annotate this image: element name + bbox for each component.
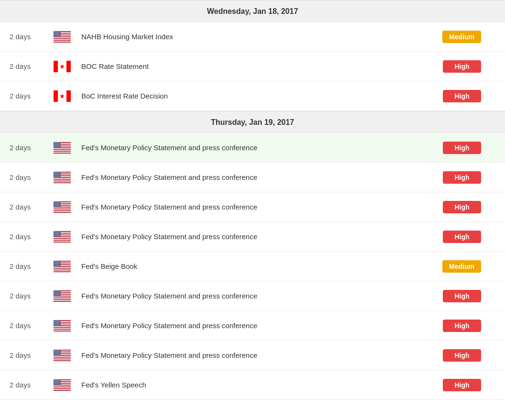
- event-row[interactable]: 2 days: [0, 341, 505, 370]
- svg-point-116: [56, 175, 57, 176]
- svg-point-364: [55, 354, 56, 355]
- svg-point-217: [55, 261, 56, 261]
- svg-point-325: [56, 325, 57, 325]
- svg-point-380: [59, 379, 60, 380]
- event-name: Fed's Monetary Policy Statement and pres…: [77, 232, 438, 241]
- svg-rect-52: [54, 148, 71, 149]
- svg-point-18: [55, 33, 56, 33]
- svg-point-9: [55, 31, 56, 32]
- event-flag: [48, 290, 77, 302]
- svg-point-233: [59, 263, 59, 264]
- event-flag: [48, 61, 77, 72]
- svg-point-73: [59, 144, 59, 145]
- event-name: Fed's Monetary Policy Statement and pres…: [77, 292, 438, 300]
- impact-badge: High: [443, 349, 481, 362]
- svg-point-376: [54, 379, 55, 380]
- svg-point-140: [59, 201, 60, 202]
- event-row[interactable]: 2 days: [0, 370, 505, 400]
- svg-point-386: [55, 381, 56, 382]
- svg-rect-92: [54, 177, 71, 178]
- svg-point-287: [59, 295, 60, 296]
- svg-point-31: [55, 35, 55, 36]
- svg-point-102: [56, 173, 56, 173]
- event-name: BoC Interest Rate Decision: [77, 92, 438, 100]
- svg-point-274: [54, 294, 55, 294]
- svg-point-122: [59, 176, 59, 177]
- event-row[interactable]: 2 days: [0, 281, 505, 311]
- svg-point-279: [55, 295, 55, 295]
- event-row[interactable]: 2 days BOC Rate StatementHigh: [0, 52, 505, 81]
- svg-point-58: [56, 142, 57, 143]
- svg-point-80: [56, 146, 56, 147]
- event-impact-col: High: [438, 90, 495, 102]
- svg-point-356: [56, 353, 57, 354]
- svg-point-347: [56, 352, 57, 352]
- svg-point-343: [57, 351, 58, 351]
- event-row[interactable]: 2 days: [0, 133, 505, 163]
- svg-point-221: [55, 262, 55, 262]
- event-flag: [48, 261, 77, 272]
- svg-point-188: [58, 233, 58, 233]
- svg-point-345: [54, 352, 55, 352]
- event-row[interactable]: 2 days: [0, 311, 505, 341]
- svg-point-110: [55, 174, 55, 175]
- svg-point-13: [55, 32, 55, 33]
- svg-point-85: [56, 147, 57, 147]
- svg-point-318: [59, 323, 60, 324]
- svg-point-238: [59, 264, 60, 265]
- svg-rect-253: [54, 298, 71, 299]
- svg-point-86: [58, 147, 58, 147]
- event-row[interactable]: 2 days BoC Interest Rate DecisionHigh: [0, 81, 505, 111]
- svg-point-297: [55, 320, 56, 321]
- svg-point-74: [54, 145, 55, 146]
- svg-point-39: [59, 36, 60, 36]
- svg-point-153: [59, 204, 59, 204]
- svg-point-120: [56, 176, 56, 177]
- svg-point-147: [56, 203, 57, 204]
- svg-point-218: [56, 261, 57, 261]
- svg-point-258: [56, 290, 57, 291]
- svg-point-327: [59, 325, 60, 325]
- svg-point-362: [59, 354, 59, 354]
- svg-point-25: [59, 33, 59, 34]
- svg-point-179: [58, 231, 58, 232]
- svg-point-165: [56, 206, 57, 207]
- event-row[interactable]: 2 days: [0, 192, 505, 222]
- event-row[interactable]: 2 days: [0, 163, 505, 192]
- svg-point-167: [59, 206, 60, 207]
- svg-point-26: [54, 34, 55, 35]
- svg-point-265: [54, 292, 55, 293]
- event-row[interactable]: 2 days: [0, 222, 505, 252]
- svg-point-305: [54, 322, 55, 322]
- svg-point-302: [56, 321, 56, 321]
- event-impact-col: High: [438, 379, 495, 391]
- svg-point-195: [55, 234, 56, 235]
- svg-point-69: [59, 144, 60, 144]
- svg-point-281: [57, 295, 58, 295]
- svg-point-351: [56, 352, 56, 353]
- main-container: Wednesday, Jan 18, 20172 days: [0, 0, 505, 420]
- event-row[interactable]: 2 days: [0, 22, 505, 52]
- svg-point-358: [59, 353, 60, 354]
- svg-point-187: [56, 233, 57, 233]
- svg-point-19: [56, 33, 57, 33]
- event-flag: [48, 231, 77, 243]
- svg-point-319: [55, 324, 55, 325]
- svg-point-405: [56, 384, 57, 385]
- svg-point-235: [55, 264, 56, 265]
- svg-point-114: [54, 175, 55, 176]
- event-name: Fed's Monetary Policy Statement and pres…: [77, 144, 438, 152]
- svg-point-230: [55, 263, 55, 264]
- svg-point-108: [58, 174, 58, 174]
- svg-point-357: [58, 353, 58, 354]
- svg-point-244: [55, 265, 56, 266]
- svg-point-56: [54, 142, 55, 143]
- svg-point-206: [58, 236, 58, 236]
- svg-point-304: [59, 321, 59, 321]
- event-row[interactable]: 2 days: [0, 252, 505, 281]
- svg-rect-174: [54, 241, 71, 242]
- svg-point-316: [56, 323, 57, 324]
- event-name: Fed's Yellen Speech: [77, 381, 438, 389]
- svg-point-317: [58, 323, 58, 324]
- svg-rect-45: [54, 90, 58, 102]
